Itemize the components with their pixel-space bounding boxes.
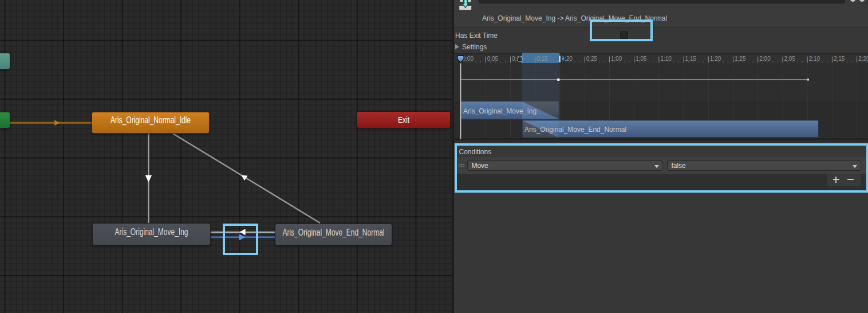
svg-text:1:20: 1:20 (710, 56, 721, 62)
svg-text:1:10: 1:10 (660, 56, 672, 62)
svg-text:0:25: 0:25 (586, 56, 598, 62)
svg-text:2:10: 2:10 (809, 56, 820, 62)
svg-text:1:15: 1:15 (685, 56, 697, 62)
svg-text:2:05: 2:05 (784, 56, 795, 62)
svg-text:1:25: 1:25 (735, 56, 746, 62)
svg-text:2:00: 2:00 (759, 56, 771, 62)
svg-text:2:20: 2:20 (858, 56, 868, 62)
svg-text:1:05: 1:05 (636, 56, 647, 62)
svg-text:2:15: 2:15 (834, 56, 845, 62)
svg-text:0:15: 0:15 (536, 56, 548, 62)
svg-text:0:05: 0:05 (487, 56, 499, 62)
svg-text:1:00: 1:00 (611, 56, 622, 62)
